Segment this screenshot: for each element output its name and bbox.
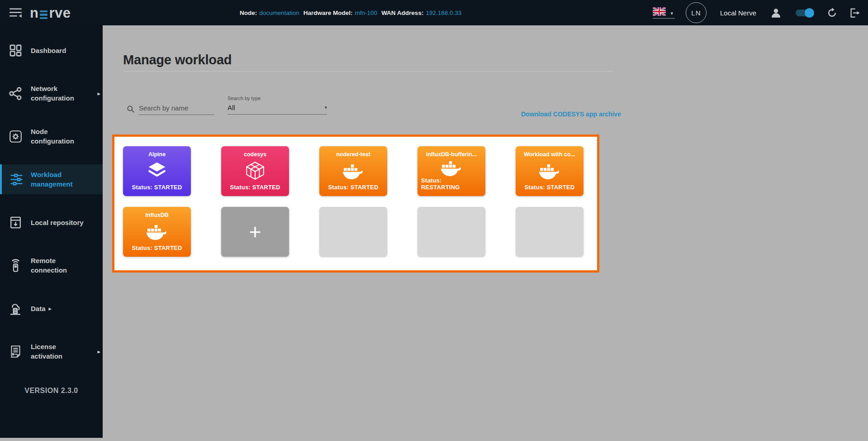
workload-grid: Alpine Status: STARTED codesys [114, 137, 597, 257]
workload-name: InfluxDB [145, 212, 168, 218]
caret-down-icon: ▾ [324, 105, 327, 110]
sidebar-item-label: Dashboard [31, 46, 85, 55]
sidebar-item-node-configuration[interactable]: Node configuration [0, 121, 103, 151]
online-toggle[interactable] [796, 10, 813, 16]
logo-text-rve: rve [49, 6, 71, 20]
license-icon [0, 345, 31, 359]
data-cloud-icon [0, 302, 31, 316]
hardware-model-value: mfn-100 [355, 10, 378, 16]
sidebar-item-dashboard[interactable]: Dashboard [0, 35, 103, 65]
workload-tile-nodered-test[interactable]: nodered-test Status: STARTED [319, 146, 387, 196]
hardware-model-label: Hardware Model: [304, 10, 353, 16]
chevron-right-icon: ▸ [97, 90, 100, 97]
workload-tile-workload-with-co[interactable]: Workload with co... Status: STARTED [516, 146, 583, 196]
main-content: Manage workload Search by type All ▾ Dow… [103, 25, 868, 441]
sidebar-item-label: License activation [31, 342, 85, 361]
layers-icon [144, 158, 170, 184]
logo-text-n: n [30, 6, 38, 20]
sidebar-item-label: Remote connection [31, 256, 85, 275]
sidebar: Dashboard Network configuration ▸ Node c… [0, 25, 103, 438]
language-selector[interactable]: ▾ [653, 7, 675, 19]
sidebar-item-label: Local repository [31, 218, 85, 227]
workload-tile-alpine[interactable]: Alpine Status: STARTED [123, 146, 191, 196]
workload-status: Status: STARTED [132, 244, 182, 251]
avatar-initials: LN [691, 9, 701, 17]
workload-status: Status: RESTARTING [421, 177, 482, 191]
workload-tile-codesys[interactable]: codesys Status: STARTED [221, 146, 289, 196]
search-icon [127, 105, 135, 115]
wan-address-value: 192.168.0.33 [426, 10, 461, 16]
topbar: n rve Node: documentation Hardware Model… [0, 0, 868, 25]
avatar[interactable]: LN [686, 2, 707, 23]
empty-workload-slot [417, 207, 485, 257]
node-label: Node: [240, 10, 257, 16]
empty-workload-slot [516, 207, 583, 257]
dashboard-icon [0, 43, 31, 58]
docker-whale-icon [342, 158, 365, 184]
search-by-name [127, 104, 214, 115]
caret-down-icon: ▾ [670, 11, 673, 16]
sidebar-item-label: Node configuration [31, 127, 85, 146]
logo-bars-icon [40, 6, 47, 19]
uk-flag-icon [653, 7, 666, 16]
sidebar-item-remote-connection[interactable]: Remote connection [0, 250, 103, 280]
workload-name: Alpine [148, 151, 166, 158]
workload-name: influxDB-bufferin... [426, 151, 477, 158]
workload-status: Status: STARTED [230, 184, 280, 191]
node-value: documentation [259, 10, 299, 16]
plus-icon: + [249, 221, 261, 242]
sidebar-item-workload-management[interactable]: Workload management [0, 164, 103, 194]
version-label: VERSION 2.3.0 [0, 387, 103, 395]
sidebar-item-label: Network configuration [31, 84, 85, 103]
page-title: Manage workload [123, 53, 232, 67]
chevron-right-icon: ▸ [97, 348, 100, 355]
search-by-type-value: All [228, 104, 235, 111]
title-divider [123, 71, 613, 72]
workload-tile-influxdb[interactable]: InfluxDB Status: STARTED [123, 207, 191, 257]
download-codesys-archive-link[interactable]: Download CODESYS app archive [521, 110, 621, 118]
sidebar-item-license-activation[interactable]: License activation ▸ [0, 336, 103, 366]
reboot-icon[interactable] [826, 7, 838, 19]
search-input[interactable] [138, 104, 214, 115]
workload-name: codesys [244, 151, 266, 158]
node-config-icon [0, 129, 31, 144]
workload-tile-influxdb-buffering[interactable]: influxDB-bufferin... Status: RESTARTING [417, 146, 485, 196]
network-icon [0, 86, 31, 101]
workload-name: nodered-test [336, 151, 370, 158]
node-info: Node: documentation Hardware Model: mfn-… [240, 0, 465, 25]
workload-status: Status: STARTED [524, 184, 574, 191]
profile-icon[interactable] [770, 7, 782, 19]
wan-address-label: WAN Address: [381, 10, 423, 16]
add-workload-tile[interactable]: + [221, 207, 289, 257]
codesys-cube-icon [244, 158, 266, 184]
sidebar-item-data[interactable]: Data ▸ [0, 293, 103, 323]
docker-whale-icon [145, 218, 169, 244]
sidebar-item-local-repository[interactable]: Local repository [0, 207, 103, 237]
workload-sliders-icon [2, 173, 31, 187]
remote-connection-icon [0, 259, 31, 273]
local-repository-icon [0, 216, 31, 230]
user-name: Local Nerve [720, 9, 756, 17]
nerve-logo: n rve [30, 6, 71, 20]
search-by-type-label: Search by type [228, 96, 327, 101]
docker-whale-icon [538, 158, 561, 184]
search-by-type-select[interactable]: Search by type All ▾ [228, 96, 327, 115]
workload-highlight-panel: Alpine Status: STARTED codesys [112, 134, 599, 273]
workload-status: Status: STARTED [328, 184, 378, 191]
menu-collapse-icon[interactable] [9, 7, 23, 19]
docker-whale-icon [440, 158, 463, 177]
sidebar-item-label: Data [31, 304, 46, 313]
chevron-right-icon: ▸ [49, 305, 52, 312]
empty-workload-slot [319, 207, 387, 257]
sidebar-item-network-configuration[interactable]: Network configuration ▸ [0, 78, 103, 108]
workload-status: Status: STARTED [132, 184, 182, 191]
logout-icon[interactable] [849, 7, 861, 19]
workload-name: Workload with co... [524, 151, 575, 158]
sidebar-item-label: Workload management [31, 170, 85, 189]
